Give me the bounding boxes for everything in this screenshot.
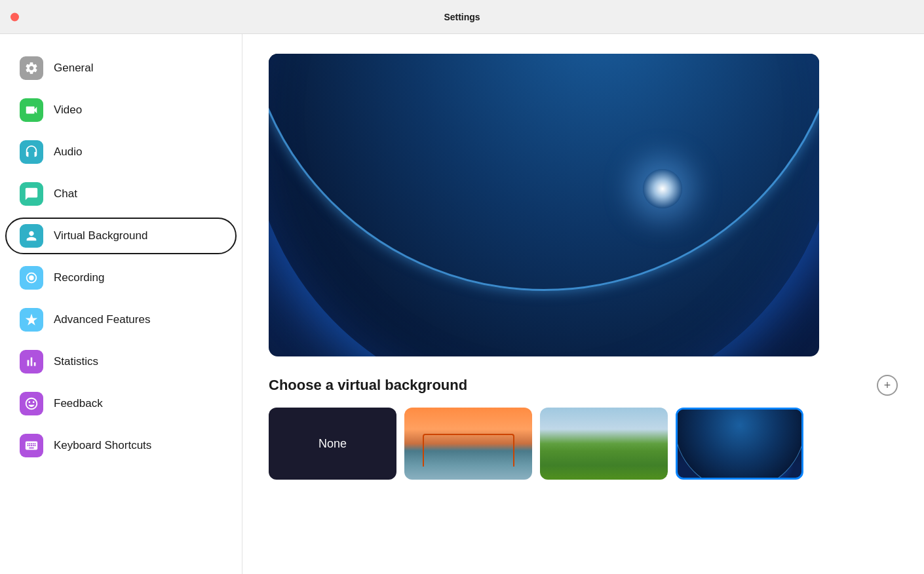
sidebar-item-general[interactable]: General (0, 47, 242, 89)
bg-chooser-title: Choose a virtual background (269, 377, 467, 394)
sidebar-item-chat[interactable]: Chat (0, 173, 242, 215)
chart-icon (20, 350, 43, 373)
sidebar-item-video[interactable]: Video (0, 89, 242, 131)
thumbnails-row: None (269, 408, 898, 480)
sidebar-item-virtual-background[interactable]: Virtual Background (0, 215, 242, 257)
window-title: Settings (444, 12, 480, 22)
sidebar-label-virtual-background: Virtual Background (54, 229, 147, 242)
video-icon (20, 98, 43, 122)
sidebar-label-recording: Recording (54, 271, 105, 284)
main-layout: General Video Audio (0, 34, 924, 574)
sidebar-item-keyboard-shortcuts[interactable]: Keyboard Shortcuts (0, 425, 242, 467)
bg-chooser-header: Choose a virtual background + (269, 375, 898, 396)
sun-glow (643, 169, 682, 208)
sidebar-label-advanced-features: Advanced Features (54, 313, 150, 326)
sidebar-item-statistics[interactable]: Statistics (0, 341, 242, 383)
sidebar-label-feedback: Feedback (54, 397, 103, 410)
close-button[interactable] (10, 12, 19, 21)
add-background-button[interactable]: + (877, 375, 898, 396)
sidebar-label-general: General (54, 62, 93, 75)
thumbnail-none-label: None (318, 437, 347, 451)
thumbnail-earth-glow (676, 408, 803, 480)
preview-background (269, 54, 819, 356)
headphone-icon (20, 140, 43, 164)
record-icon (20, 266, 43, 290)
person-icon (20, 224, 43, 248)
content-area: Choose a virtual background + None (242, 34, 924, 574)
chat-icon (20, 182, 43, 206)
sidebar-item-advanced-features[interactable]: Advanced Features (0, 299, 242, 341)
star-icon (20, 308, 43, 332)
sidebar-item-audio[interactable]: Audio (0, 131, 242, 173)
title-bar: Settings (0, 0, 924, 34)
sidebar-item-recording[interactable]: Recording (0, 257, 242, 299)
sidebar-label-keyboard-shortcuts: Keyboard Shortcuts (54, 439, 151, 452)
keyboard-icon (20, 434, 43, 457)
svg-point-1 (29, 275, 33, 280)
traffic-lights (10, 12, 19, 21)
sidebar-label-statistics: Statistics (54, 355, 98, 368)
sidebar-label-video: Video (54, 104, 82, 117)
thumbnail-grass[interactable] (540, 408, 668, 480)
sidebar-label-chat: Chat (54, 187, 77, 201)
sidebar-item-feedback[interactable]: Feedback (0, 383, 242, 425)
bridge-decoration (423, 434, 514, 467)
sidebar-label-audio: Audio (54, 145, 82, 159)
thumbnail-bridge[interactable] (404, 408, 532, 480)
smile-icon (20, 392, 43, 415)
thumbnail-earth[interactable] (676, 408, 803, 480)
gear-icon (20, 56, 43, 80)
thumbnail-none[interactable]: None (269, 408, 396, 480)
sidebar: General Video Audio (0, 34, 242, 574)
background-preview (269, 54, 819, 356)
